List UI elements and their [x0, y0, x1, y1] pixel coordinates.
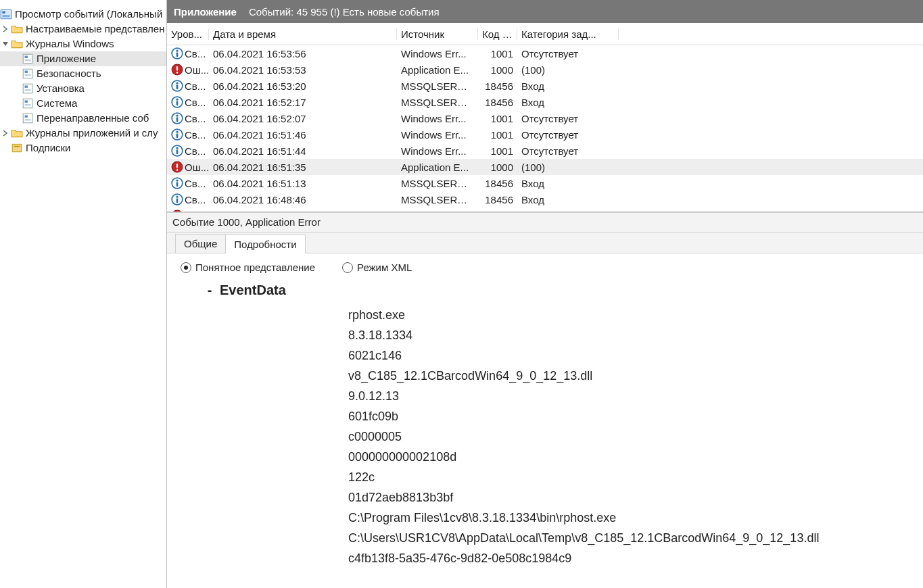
cell-source: Application E...: [397, 64, 478, 76]
cell-level: Ош...: [185, 64, 209, 76]
cell-datetime: 06.04.2021 16:53:53: [209, 64, 397, 76]
svg-rect-49: [176, 198, 179, 203]
svg-rect-24: [176, 66, 178, 71]
tree-app-services-logs[interactable]: Журналы приложений и слу: [0, 126, 166, 141]
tree-label: Безопасность: [37, 66, 101, 81]
eventdata-line: 01d72aeb8813b3bf: [348, 487, 909, 508]
svg-rect-0: [1, 9, 11, 19]
tree-log-item[interactable]: Приложение: [0, 51, 166, 66]
grid-header[interactable]: Уров... Дата и время Источник Код с... К…: [167, 23, 923, 45]
col-category[interactable]: Категория зад...: [517, 28, 619, 40]
eventdata-values: rphost.exe8.3.18.13346021c146v8_C185_12.…: [348, 305, 909, 568]
cell-category: Вход: [517, 178, 619, 189]
tree-label: Просмотр событий (Локальный: [15, 7, 162, 22]
cell-category: Вход: [517, 194, 619, 205]
svg-rect-46: [176, 182, 179, 187]
event-row[interactable]: Св... 06.04.2021 16:48:46 MSSQLSERVER 18…: [167, 191, 923, 207]
event-row[interactable]: Св... 06.04.2021 16:51:46 Windows Err...…: [167, 126, 923, 143]
tree-label: Подписки: [26, 141, 71, 155]
cell-eventid: 1001: [478, 145, 517, 157]
detail-tabs: Общие Подробности: [167, 232, 923, 253]
error-icon: [171, 210, 183, 212]
collapse-icon[interactable]: [0, 41, 11, 47]
col-source[interactable]: Источник: [397, 28, 478, 40]
eventdata-line: 9.0.12.13: [348, 386, 909, 406]
svg-point-43: [176, 169, 179, 171]
tree-subscriptions[interactable]: Подписки: [0, 141, 166, 155]
header-info: Событий: 45 955 (!) Есть новые события: [249, 6, 440, 18]
radio-label: Понятное представление: [195, 262, 315, 273]
log-icon: [22, 82, 34, 95]
col-level[interactable]: Уров...: [167, 28, 209, 40]
cell-eventid: 1001: [478, 129, 517, 141]
expand-icon[interactable]: [0, 130, 11, 137]
svg-point-39: [176, 147, 178, 149]
event-row[interactable]: Ош... 06.04.2021 16:48:31 Application E.…: [167, 207, 923, 212]
tab-general[interactable]: Общие: [175, 234, 226, 253]
content-header: Приложение Событий: 45 955 (!) Есть новы…: [167, 0, 923, 23]
event-row[interactable]: Св... 06.04.2021 16:53:20 MSSQLSERVER 18…: [167, 78, 923, 94]
col-eventid[interactable]: Код с...: [478, 28, 517, 40]
tree-log-item[interactable]: Перенаправленные соб: [0, 111, 166, 126]
tree-log-item[interactable]: Система: [0, 96, 166, 111]
svg-rect-17: [25, 119, 31, 120]
cell-eventid: 18456: [478, 97, 517, 108]
header-title: Приложение: [174, 6, 237, 18]
svg-rect-3: [23, 54, 32, 64]
tree-log-item[interactable]: Безопасность: [0, 66, 166, 81]
eventdata-line: v8_C185_12.1CBarcodWin64_9_0_12_13.dll: [348, 366, 909, 386]
info-icon: [171, 128, 183, 141]
svg-rect-5: [25, 59, 31, 61]
svg-point-48: [176, 196, 178, 198]
cell-datetime: 06.04.2021 16:51:35: [209, 162, 397, 173]
event-row[interactable]: Св... 06.04.2021 16:53:56 Windows Err...…: [167, 45, 923, 62]
cell-datetime: 06.04.2021 16:53:56: [209, 48, 397, 59]
tree-custom-views[interactable]: Настраиваемые представлен: [0, 22, 166, 36]
tree-log-item[interactable]: Установка: [0, 81, 166, 96]
svg-point-25: [176, 72, 179, 74]
col-datetime[interactable]: Дата и время: [209, 28, 397, 40]
svg-rect-8: [25, 74, 31, 76]
svg-point-27: [176, 82, 178, 84]
svg-point-50: [172, 210, 183, 212]
event-row[interactable]: Св... 06.04.2021 16:51:13 MSSQLSERVER 18…: [167, 175, 923, 191]
cell-category: Отсутствует: [517, 145, 619, 157]
cell-eventid: 1001: [478, 48, 517, 59]
cell-eventid: 1001: [478, 113, 517, 124]
radio-xml-view[interactable]: Режим XML: [342, 262, 412, 273]
svg-rect-9: [23, 84, 32, 93]
svg-rect-19: [14, 146, 20, 147]
event-row[interactable]: Св... 06.04.2021 16:52:07 Windows Err...…: [167, 110, 923, 126]
svg-rect-11: [25, 89, 31, 91]
svg-rect-31: [176, 101, 179, 105]
svg-rect-15: [23, 114, 32, 123]
events-grid: Уров... Дата и время Источник Код с... К…: [167, 23, 923, 212]
cell-level: Св...: [185, 97, 206, 108]
event-row[interactable]: Св... 06.04.2021 16:51:44 Windows Err...…: [167, 143, 923, 159]
eventdata-header[interactable]: -EventData: [205, 283, 909, 298]
event-row[interactable]: Ош... 06.04.2021 16:51:35 Application E.…: [167, 159, 923, 175]
eventdata-line: 122c: [348, 467, 909, 487]
log-icon: [22, 97, 34, 109]
tree-root-event-viewer[interactable]: Просмотр событий (Локальный: [0, 7, 166, 22]
eventdata-label: EventData: [220, 283, 286, 297]
cell-category: (100): [517, 210, 619, 212]
cell-datetime: 06.04.2021 16:52:17: [209, 97, 397, 108]
tree-label: Перенаправленные соб: [37, 111, 149, 126]
svg-rect-42: [176, 164, 178, 168]
tree-windows-logs[interactable]: Журналы Windows: [0, 36, 166, 51]
event-viewer-icon: [0, 8, 12, 20]
cell-datetime: 06.04.2021 16:53:20: [209, 80, 397, 92]
event-row[interactable]: Св... 06.04.2021 16:52:17 MSSQLSERVER 18…: [167, 94, 923, 110]
cell-source: MSSQLSERVER: [397, 194, 478, 205]
expand-icon[interactable]: [0, 26, 11, 32]
svg-rect-13: [25, 101, 28, 103]
event-row[interactable]: Ош... 06.04.2021 16:53:53 Application E.…: [167, 62, 923, 78]
radio-friendly-view[interactable]: Понятное представление: [181, 262, 315, 273]
svg-point-33: [176, 115, 178, 117]
eventdata-line: 6021c146: [348, 345, 909, 366]
cell-level: Св...: [185, 178, 206, 189]
svg-rect-1: [2, 11, 5, 14]
tab-details[interactable]: Подробности: [225, 235, 305, 253]
eventdata-line: C:\Program Files\1cv8\8.3.18.1334\bin\rp…: [348, 508, 909, 528]
